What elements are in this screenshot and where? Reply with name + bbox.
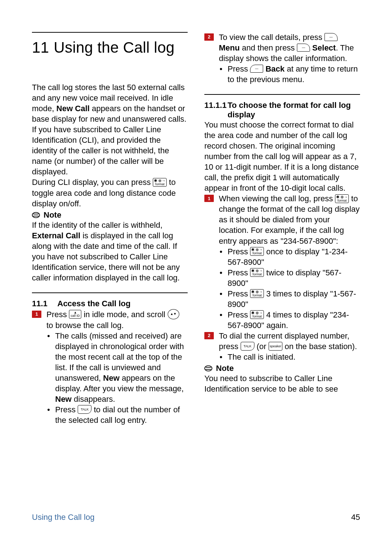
text: Press bbox=[55, 405, 78, 414]
bold-text: Menu bbox=[219, 43, 240, 52]
svg-point-0 bbox=[32, 212, 40, 218]
text: When viewing the call log, press bbox=[219, 194, 335, 203]
left-softkey-icon: — bbox=[324, 33, 338, 41]
section-11-1-heading: 11.1 Access the Call log bbox=[32, 299, 188, 308]
note-2-body: You need to subscribe to Caller Line Ide… bbox=[204, 373, 360, 394]
text: Press bbox=[228, 64, 250, 73]
text: During CLI display, you can press bbox=[32, 178, 153, 187]
key-label: TALK bbox=[81, 408, 89, 411]
text: Press bbox=[46, 310, 69, 319]
bold-text: New bbox=[55, 395, 72, 404]
chapter-rule bbox=[32, 32, 188, 33]
intro-paragraph-2: During CLI display, you can press ✱ ⊕→fo… bbox=[32, 177, 188, 209]
format-key-icon: ✱ ⊕→format bbox=[250, 247, 264, 256]
note-heading: Note bbox=[32, 210, 188, 220]
list-item: Press TALK to dial out the number of the… bbox=[46, 404, 188, 425]
list-item: Press ✱ ⊕→format 3 times to display "1-5… bbox=[219, 288, 360, 310]
list-item: The call is initiated. bbox=[219, 352, 360, 362]
text: and then press bbox=[240, 43, 297, 52]
left-softkey-icon: — bbox=[297, 44, 310, 52]
list-item: Press ✱ ⊕→format 4 times to display "234… bbox=[219, 310, 360, 331]
list-item: Press — Back at any time to return to th… bbox=[219, 64, 360, 85]
text: To view the call details, press bbox=[219, 33, 324, 42]
key-glyph: ✱ ⊕→ bbox=[154, 179, 166, 183]
list-item: Press ✱ ⊕→format once to display "1-234-… bbox=[219, 246, 360, 267]
chapter-heading-text: Using the Call log bbox=[54, 39, 175, 56]
format-key-icon: ✱ ⊕→format bbox=[250, 289, 264, 298]
key-label: format bbox=[253, 273, 262, 276]
bold-text: New Call bbox=[56, 104, 90, 113]
step-2: 2 To view the call details, press — Menu… bbox=[204, 32, 360, 85]
format-key-icon: ✱ ⊕→format bbox=[335, 194, 349, 203]
format-options: Press ✱ ⊕→format once to display "1-234-… bbox=[219, 246, 360, 331]
text: You need to subscribe to Caller Line Ide… bbox=[204, 373, 360, 394]
step-number-badge: 2 bbox=[204, 332, 214, 339]
svg-point-3 bbox=[205, 366, 212, 371]
text: You must choose the correct format to di… bbox=[204, 120, 360, 193]
step-2-bullets: Press — Back at any time to return to th… bbox=[219, 64, 360, 85]
step-number-badge: 1 bbox=[32, 311, 41, 318]
note-1-body: If the identity of the caller is withhel… bbox=[32, 220, 188, 283]
step-1b: 1 When viewing the call log, press ✱ ⊕→f… bbox=[204, 193, 360, 330]
footer-page-number: 45 bbox=[351, 513, 360, 522]
text: Press bbox=[228, 289, 250, 298]
footer-section-title: Using the Call log bbox=[32, 513, 94, 522]
text: Press bbox=[228, 268, 250, 277]
key-label: format bbox=[338, 199, 347, 202]
note-icon bbox=[204, 364, 212, 372]
dial-result: The call is initiated. bbox=[219, 352, 360, 362]
text: If the identity of the caller is withhel… bbox=[32, 221, 163, 230]
step-number-badge: 2 bbox=[204, 33, 214, 41]
step-number-badge: 1 bbox=[204, 195, 214, 202]
right-softkey-icon: — bbox=[250, 65, 263, 73]
talk-key-icon: TALK bbox=[241, 342, 254, 351]
key-glyph: ▲▼ bbox=[170, 312, 177, 316]
format-key-icon: ✱ ⊕→format bbox=[153, 178, 167, 187]
key-glyph: — bbox=[330, 36, 333, 39]
subsection-number: 11.1.1 bbox=[204, 101, 228, 110]
speaker-key-icon: speaker bbox=[269, 342, 282, 351]
key-label: format bbox=[253, 294, 262, 297]
key-glyph: — bbox=[255, 67, 258, 70]
bold-text: External Call bbox=[32, 231, 80, 240]
text: disappears. bbox=[72, 395, 115, 404]
note-icon bbox=[32, 211, 40, 219]
note-label: Note bbox=[44, 210, 61, 220]
key-label: call ID bbox=[71, 314, 80, 318]
key-glyph: — bbox=[302, 46, 305, 49]
step-1: 1 Press ▲call ID in idle mode, and scrol… bbox=[32, 309, 188, 426]
note-heading-2: Note bbox=[204, 364, 360, 373]
format-key-icon: ✱ ⊕→format bbox=[250, 310, 264, 319]
key-label: format bbox=[253, 252, 262, 255]
step-2b: 2 To dial the current displayed number, … bbox=[204, 331, 360, 362]
section-11-1-1-heading: 11.1.1To choose the format for call log … bbox=[204, 101, 360, 120]
text: Press bbox=[228, 310, 250, 319]
key-label: TALK bbox=[244, 345, 252, 348]
subsection-title-text: To choose the format for call log displa… bbox=[228, 101, 351, 120]
text: to browse the call log. bbox=[46, 321, 124, 330]
two-column-layout: 11Using the Call log The call log stores… bbox=[32, 32, 360, 472]
bold-text: Back bbox=[265, 64, 285, 73]
chapter-title: 11Using the Call log bbox=[32, 39, 188, 56]
text: (or bbox=[254, 342, 269, 351]
talk-key-icon: TALK bbox=[78, 405, 91, 414]
note-label: Note bbox=[216, 364, 234, 373]
document-page: 11Using the Call log The call log stores… bbox=[0, 0, 392, 554]
section-rule bbox=[32, 292, 188, 293]
nav-key-icon: ▲▼ bbox=[168, 309, 179, 319]
section-title-text: Access the Call log bbox=[57, 299, 131, 308]
bold-text: Select bbox=[312, 43, 336, 52]
page-footer: Using the Call log 45 bbox=[32, 513, 360, 522]
text: Press bbox=[228, 247, 250, 256]
format-key-icon: ✱ ⊕→format bbox=[250, 268, 264, 277]
intro-paragraph-1: The call log stores the last 50 external… bbox=[32, 82, 188, 177]
key-label: speaker bbox=[270, 345, 281, 348]
list-item: Press ✱ ⊕→format twice to display "567-8… bbox=[219, 267, 360, 288]
step-1-bullets: The calls (missed and received) are disp… bbox=[46, 331, 188, 425]
section-rule bbox=[204, 94, 360, 95]
chapter-number: 11 bbox=[32, 39, 54, 56]
text: in idle mode, and scroll bbox=[81, 310, 167, 319]
list-item: The calls (missed and received) are disp… bbox=[46, 331, 188, 404]
section-number: 11.1 bbox=[32, 299, 51, 308]
text: on the base station). bbox=[282, 342, 357, 351]
